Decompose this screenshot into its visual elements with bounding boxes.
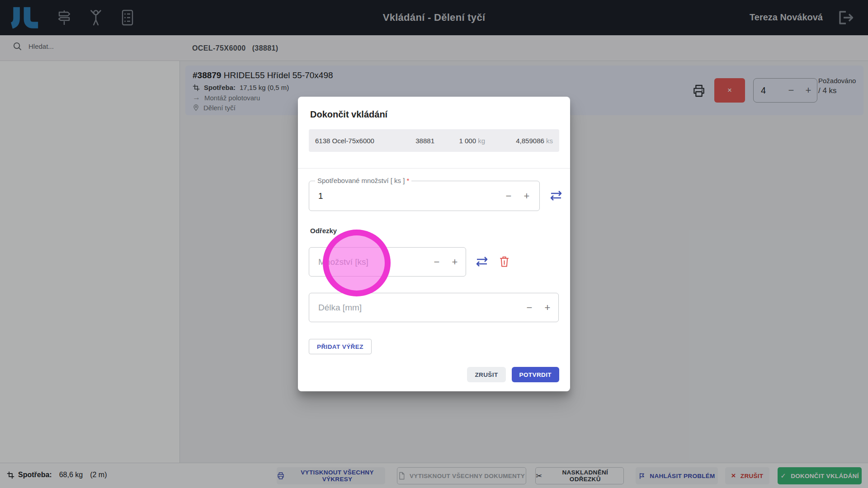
add-cut-button[interactable]: PŘIDAT VÝŘEZ	[309, 339, 372, 354]
delete-offcut-icon[interactable]	[499, 254, 513, 268]
consumed-quantity-input[interactable]	[309, 191, 500, 201]
finish-insertion-dialog: Dokončit vkládání 6138 Ocel-75x6000 3888…	[298, 97, 570, 391]
material-row: 6138 Ocel-75x6000 38881 1 000 kg 4,85908…	[309, 129, 559, 152]
consumed-decrease-button[interactable]: −	[500, 190, 518, 202]
material-pieces: 4,859086 ks	[485, 137, 553, 145]
offcut-quantity-input[interactable]	[309, 257, 428, 267]
material-order: 38881	[406, 137, 434, 145]
swap-unit-icon[interactable]	[549, 189, 564, 202]
divider	[298, 168, 570, 169]
offcuts-label: Odřezky	[310, 227, 337, 235]
offcut-qty-increase-button[interactable]: +	[446, 256, 464, 268]
consumed-quantity-field: Spotřebované množství [ ks ] * − +	[309, 181, 540, 211]
offcut-len-increase-button[interactable]: +	[538, 302, 557, 314]
offcut-length-input[interactable]	[309, 303, 520, 313]
dialog-title: Dokončit vkládání	[310, 109, 387, 120]
material-name: 6138 Ocel-75x6000	[315, 137, 406, 145]
material-weight: 1 000 kg	[434, 137, 485, 145]
offcut-length-field: − +	[309, 293, 559, 322]
offcut-len-decrease-button[interactable]: −	[520, 302, 538, 314]
offcut-swap-unit-icon[interactable]	[475, 255, 490, 268]
offcut-qty-decrease-button[interactable]: −	[428, 256, 446, 268]
cancel-button[interactable]: ZRUŠIT	[467, 367, 505, 382]
required-mark: *	[407, 177, 410, 184]
consumed-increase-button[interactable]: +	[518, 190, 536, 202]
offcut-quantity-field: − +	[309, 247, 466, 277]
confirm-button[interactable]: POTVRDIT	[512, 367, 559, 382]
consumed-quantity-label: Spotřebované množství [ ks ]	[317, 177, 405, 184]
